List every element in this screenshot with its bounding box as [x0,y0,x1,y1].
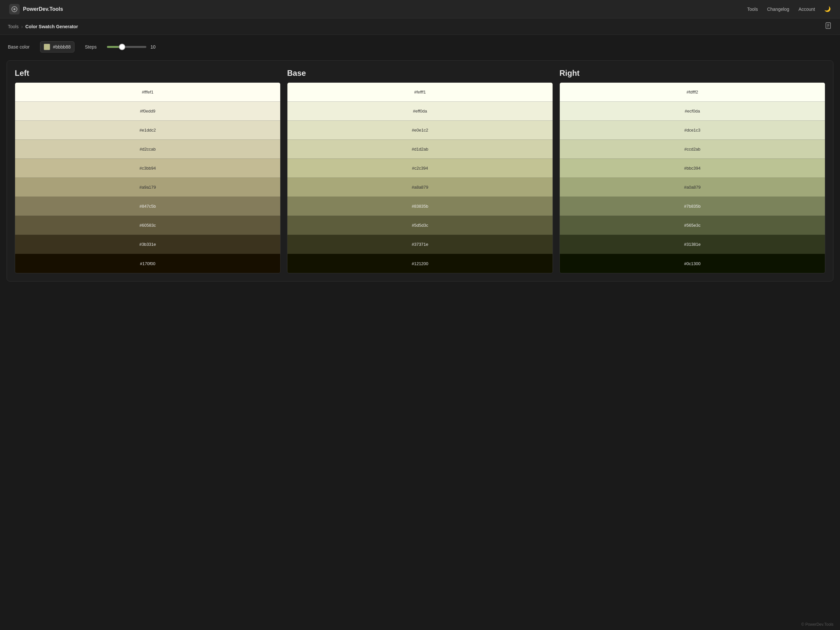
main-card: Left #fffef1#f0edd9#e1ddc2#d2ccab#c3bb94… [6,60,834,281]
swatch-cell[interactable]: #7b835b [560,197,825,216]
swatch-cell[interactable]: #565e3c [560,216,825,235]
right-column: Right #fdfff2#ecf0da#dce1c3#ccd2ab#bbc39… [559,69,825,273]
base-column-header: Base [287,69,553,78]
base-column: Base #fefff1#eff0da#e0e1c2#d1d2ab#c2c394… [287,69,553,273]
left-column: Left #fffef1#f0edd9#e1ddc2#d2ccab#c3bb94… [15,69,281,273]
swatch-cell[interactable]: #83835b [287,197,553,216]
swatch-cell[interactable]: #a8a879 [287,178,553,197]
steps-thumb[interactable] [119,44,125,50]
color-preview-swatch [44,44,50,50]
site-title: PowerDev.Tools [23,6,63,12]
swatch-cell[interactable]: #d2ccab [15,140,280,159]
swatch-cell[interactable]: #3b331e [15,235,280,254]
swatch-cell[interactable]: #ccd2ab [560,140,825,159]
swatch-cell[interactable]: #fffef1 [15,83,280,102]
swatch-cell[interactable]: #a0a879 [560,178,825,197]
swatch-cell[interactable]: #c2c394 [287,159,553,178]
base-color-input[interactable]: #bbbb88 [40,41,74,52]
swatch-cell[interactable]: #f0edd9 [15,102,280,121]
breadcrumb-tools-link[interactable]: Tools [8,24,19,29]
steps-slider-wrapper: 10 [107,43,157,51]
left-column-header: Left [15,69,281,78]
swatch-cell[interactable]: #fdfff2 [560,83,825,102]
swatch-cell[interactable]: #170f00 [15,254,280,273]
steps-label: Steps [85,44,97,49]
base-swatch-column: #fefff1#eff0da#e0e1c2#d1d2ab#c2c394#a8a8… [287,82,553,273]
nav-account[interactable]: Account [798,6,815,12]
swatch-cell[interactable]: #847c5b [15,197,280,216]
svg-point-2 [13,8,16,10]
swatch-cell[interactable]: #e1ddc2 [15,121,280,140]
base-color-value: #bbbb88 [53,44,71,49]
breadcrumb-current-page: Color Swatch Generator [25,24,78,29]
theme-toggle-icon[interactable]: 🌙 [824,6,831,12]
nav-tools[interactable]: Tools [747,6,758,12]
swatch-cell[interactable]: #ecf0da [560,102,825,121]
swatch-cell[interactable]: #c3bb94 [15,159,280,178]
steps-track [107,46,146,48]
swatch-cell[interactable]: #d1d2ab [287,140,553,159]
nav-changelog[interactable]: Changelog [767,6,789,12]
swatch-cell[interactable]: #31381e [560,235,825,254]
swatch-cell[interactable]: #e0e1c2 [287,121,553,140]
swatch-cell[interactable]: #37371e [287,235,553,254]
swatch-cell[interactable]: #a9a179 [15,178,280,197]
logo-icon [9,4,20,14]
swatch-cell[interactable]: #dce1c3 [560,121,825,140]
base-color-label: Base color [8,44,30,49]
breadcrumb-separator: › [21,24,23,29]
left-swatch-column: #fffef1#f0edd9#e1ddc2#d2ccab#c3bb94#a9a1… [15,82,281,273]
right-swatch-column: #fdfff2#ecf0da#dce1c3#ccd2ab#bbc394#a0a8… [559,82,825,273]
swatch-cell[interactable]: #bbc394 [560,159,825,178]
footer: © PowerDev.Tools [801,622,834,627]
swatch-cell[interactable]: #0c1300 [560,254,825,273]
swatch-cell[interactable]: #60583c [15,216,280,235]
swatch-cell[interactable]: #121200 [287,254,553,273]
swatch-cell[interactable]: #5d5d3c [287,216,553,235]
breadcrumb: Tools › Color Swatch Generator [8,24,78,29]
documentation-icon[interactable] [825,22,832,31]
nav-right: Tools Changelog Account 🌙 [747,6,831,12]
swatch-cell[interactable]: #eff0da [287,102,553,121]
steps-value: 10 [150,44,157,49]
swatch-cell[interactable]: #fefff1 [287,83,553,102]
footer-text: © PowerDev.Tools [801,622,834,627]
right-column-header: Right [559,69,825,78]
steps-slider[interactable] [107,43,146,51]
nav-left: PowerDev.Tools [9,4,63,14]
